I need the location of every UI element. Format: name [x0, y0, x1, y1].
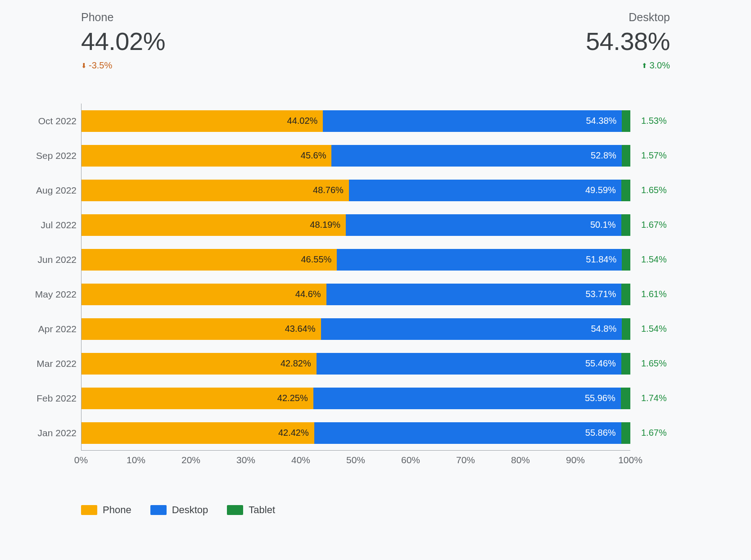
bar-row: 45.6%52.8% — [81, 145, 630, 167]
chart-legend: Phone Desktop Tablet — [81, 504, 275, 516]
bar-label-tablet: 1.61% — [641, 289, 667, 299]
bar-segment-desktop: 50.1% — [346, 214, 621, 236]
arrow-up-icon: ⬆ — [642, 62, 647, 69]
bar-segment-phone: 45.6% — [81, 145, 331, 167]
bar-row: 46.55%51.84% — [81, 249, 630, 271]
kpi-desktop-value: 54.38% — [586, 27, 670, 56]
bar-segment-phone: 43.64% — [81, 318, 321, 340]
bar-segment-desktop: 49.59% — [349, 180, 621, 201]
kpi-desktop-delta: ⬆ 3.0% — [586, 60, 670, 71]
y-axis-category-label: Sep 2022 — [5, 150, 77, 161]
bar-row: 48.76%49.59% — [81, 180, 630, 201]
x-axis-tick-label: 10% — [127, 455, 145, 465]
kpi-phone-value: 44.02% — [81, 27, 165, 56]
y-axis-category-label: Apr 2022 — [5, 324, 77, 334]
bar-row: 44.02%54.38% — [81, 110, 630, 132]
x-axis-tick-label: 70% — [456, 455, 475, 465]
x-axis-tick-label: 30% — [236, 455, 255, 465]
y-axis-category-label: Mar 2022 — [5, 358, 77, 369]
bar-segment-tablet — [621, 353, 630, 375]
bar-segment-phone: 48.19% — [81, 214, 346, 236]
bar-segment-phone: 48.76% — [81, 180, 349, 201]
x-axis-tick-label: 80% — [511, 455, 530, 465]
bar-label-tablet: 1.53% — [641, 116, 667, 126]
bar-segment-phone: 44.6% — [81, 284, 326, 305]
bar-segment-desktop: 52.8% — [331, 145, 621, 167]
bar-segment-desktop: 54.8% — [321, 318, 622, 340]
legend-item-desktop: Desktop — [150, 504, 208, 516]
bar-label-tablet: 1.54% — [641, 324, 667, 334]
x-axis-tick-label: 60% — [401, 455, 420, 465]
kpi-phone-delta-text: -3.5% — [89, 60, 112, 71]
arrow-down-icon: ⬇ — [81, 62, 87, 69]
bar-segment-desktop: 53.71% — [326, 284, 622, 305]
bar-segment-tablet — [621, 284, 630, 305]
x-axis-tick-label: 90% — [566, 455, 585, 465]
bar-segment-phone: 42.25% — [81, 388, 313, 409]
x-axis-tick-label: 0% — [74, 455, 88, 465]
bar-label-tablet: 1.65% — [641, 185, 667, 195]
bar-segment-desktop: 55.46% — [317, 353, 621, 375]
kpi-phone: Phone 44.02% ⬇ -3.5% — [81, 11, 165, 71]
legend-swatch-desktop — [150, 505, 167, 515]
bar-segment-tablet — [621, 422, 630, 444]
bar-row: 42.42%55.86% — [81, 422, 630, 444]
y-axis-category-label: Jan 2022 — [5, 428, 77, 438]
stacked-bar-chart: 44.02%54.38%45.6%52.8%48.76%49.59%48.19%… — [81, 104, 666, 468]
legend-label-tablet: Tablet — [249, 504, 275, 516]
bar-segment-phone: 42.82% — [81, 353, 317, 375]
legend-swatch-tablet — [227, 505, 243, 515]
y-axis-category-label: May 2022 — [5, 289, 77, 300]
y-axis-category-label: Jun 2022 — [5, 254, 77, 265]
x-axis-line — [81, 450, 630, 451]
x-axis-tick-label: 100% — [618, 455, 642, 465]
kpi-phone-label: Phone — [81, 11, 165, 24]
bar-segment-desktop: 55.86% — [314, 422, 621, 444]
bar-label-tablet: 1.54% — [641, 254, 667, 265]
y-axis-category-label: Aug 2022 — [5, 185, 77, 196]
bar-row: 43.64%54.8% — [81, 318, 630, 340]
bar-segment-tablet — [621, 388, 630, 409]
kpi-desktop-label: Desktop — [586, 11, 670, 24]
bar-segment-tablet — [622, 249, 630, 271]
bar-segment-phone: 46.55% — [81, 249, 337, 271]
bar-label-tablet: 1.67% — [641, 428, 667, 438]
chart-plot-area: 44.02%54.38%45.6%52.8%48.76%49.59%48.19%… — [81, 104, 630, 450]
kpi-desktop: Desktop 54.38% ⬆ 3.0% — [586, 11, 670, 71]
bar-segment-tablet — [622, 145, 630, 167]
legend-item-phone: Phone — [81, 504, 131, 516]
bar-label-tablet: 1.57% — [641, 150, 667, 161]
bar-label-tablet: 1.65% — [641, 358, 667, 369]
x-axis-tick-label: 20% — [181, 455, 200, 465]
bar-segment-phone: 44.02% — [81, 110, 323, 132]
bar-row: 48.19%50.1% — [81, 214, 630, 236]
x-axis-tick-label: 50% — [346, 455, 365, 465]
bar-segment-desktop: 55.96% — [313, 388, 621, 409]
bar-segment-desktop: 54.38% — [323, 110, 622, 132]
bar-segment-tablet — [622, 318, 630, 340]
y-axis-category-label: Jul 2022 — [5, 220, 77, 230]
bar-row: 44.6%53.71% — [81, 284, 630, 305]
y-axis-category-label: Oct 2022 — [5, 116, 77, 126]
legend-item-tablet: Tablet — [227, 504, 275, 516]
legend-label-phone: Phone — [103, 504, 131, 516]
bar-segment-tablet — [621, 214, 630, 236]
bar-label-tablet: 1.67% — [641, 220, 667, 230]
kpi-desktop-delta-text: 3.0% — [649, 60, 670, 71]
bar-segment-phone: 42.42% — [81, 422, 314, 444]
kpi-row: Phone 44.02% ⬇ -3.5% Desktop 54.38% ⬆ 3.… — [0, 0, 751, 71]
bar-row: 42.25%55.96% — [81, 388, 630, 409]
legend-label-desktop: Desktop — [172, 504, 208, 516]
bar-segment-tablet — [622, 110, 630, 132]
x-axis-tick-label: 40% — [291, 455, 310, 465]
legend-swatch-phone — [81, 505, 97, 515]
bar-segment-desktop: 51.84% — [337, 249, 622, 271]
x-axis: 0%10%20%30%40%50%60%70%80%90%100% — [81, 450, 630, 468]
kpi-phone-delta: ⬇ -3.5% — [81, 60, 165, 71]
bar-label-tablet: 1.74% — [641, 393, 667, 403]
bar-segment-tablet — [621, 180, 630, 201]
y-axis-line — [81, 104, 81, 450]
y-axis-category-label: Feb 2022 — [5, 393, 77, 404]
bar-row: 42.82%55.46% — [81, 353, 630, 375]
